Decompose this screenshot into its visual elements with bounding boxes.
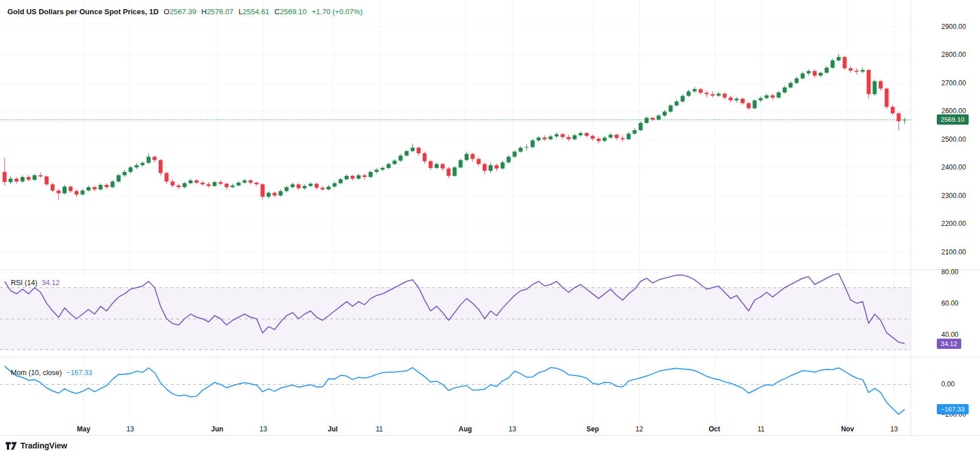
price-axis-label: 2900.00 — [941, 23, 966, 31]
price-axis-label: 2700.00 — [941, 79, 966, 87]
tradingview-logo-icon — [6, 442, 18, 450]
time-axis-label: 11 — [376, 425, 383, 433]
price-axis-label: 2200.00 — [941, 220, 966, 228]
ohlc-close: C2569.10 — [275, 7, 307, 16]
chart-canvas[interactable] — [0, 0, 980, 457]
gridlines — [0, 0, 911, 435]
time-axis-label: 11 — [758, 425, 764, 433]
time-axis-label: Aug — [458, 425, 472, 433]
mom-line — [5, 366, 905, 414]
price-axis-label: 2500.00 — [941, 135, 966, 143]
rsi-value-badge: 34.12 — [937, 339, 961, 349]
time-axis-label: 12 — [635, 425, 643, 433]
ohlc-low: L2554.61 — [238, 7, 269, 16]
mom-label[interactable]: Mom (10, close) — [11, 369, 62, 377]
candles-layer — [3, 54, 907, 200]
time-axis-label: Jul — [328, 425, 337, 433]
mom-value: −167.33 — [67, 369, 93, 377]
price-axis-label: 2300.00 — [941, 192, 966, 200]
time-axis-label: 13 — [126, 425, 134, 433]
rsi-axis-label: 80.00 — [941, 268, 958, 276]
mom-legend: Mom (10, close) −167.33 — [11, 369, 92, 377]
time-axis-label: 13 — [259, 425, 267, 433]
rsi-axis-label: 60.00 — [941, 299, 958, 307]
rsi-axis-label: 40.00 — [941, 331, 958, 339]
time-axis-label: Jun — [211, 425, 223, 433]
rsi-legend: RSI (14) 34.12 — [11, 279, 60, 287]
tradingview-logo-text: TradingView — [20, 441, 67, 450]
price-axis-label: 2100.00 — [941, 248, 966, 256]
symbol-title[interactable]: Gold US Dollars per Ounce Spot Prices, 1… — [7, 7, 159, 16]
last-price-badge: 2569.10 — [937, 114, 969, 125]
mom-axis-label: 0.00 — [941, 380, 954, 388]
price-change: +1.70 (+0.07%) — [312, 7, 363, 16]
price-axis-label: 2800.00 — [941, 51, 966, 59]
time-axis-label: 13 — [508, 425, 516, 433]
price-axis-label: 2600.00 — [941, 107, 966, 115]
price-axis-label: 2400.00 — [941, 163, 966, 171]
mom-value-badge: −167.33 — [937, 404, 969, 414]
trading-chart: Gold US Dollars per Ounce Spot Prices, 1… — [0, 0, 980, 457]
rsi-value: 34.12 — [42, 279, 60, 287]
time-axis-label: May — [77, 425, 90, 433]
time-axis-label: Nov — [841, 425, 854, 433]
time-axis-label: Oct — [709, 425, 720, 433]
ohlc-high: H2576.07 — [201, 7, 233, 16]
tradingview-logo[interactable]: TradingView — [6, 441, 67, 450]
time-axis-label: 13 — [890, 425, 898, 433]
ohlc-open: O2567.39 — [164, 7, 196, 16]
rsi-label[interactable]: RSI (14) — [11, 279, 38, 287]
main-pane-legend: Gold US Dollars per Ounce Spot Prices, 1… — [7, 7, 363, 16]
time-axis-label: Sep — [586, 425, 599, 433]
